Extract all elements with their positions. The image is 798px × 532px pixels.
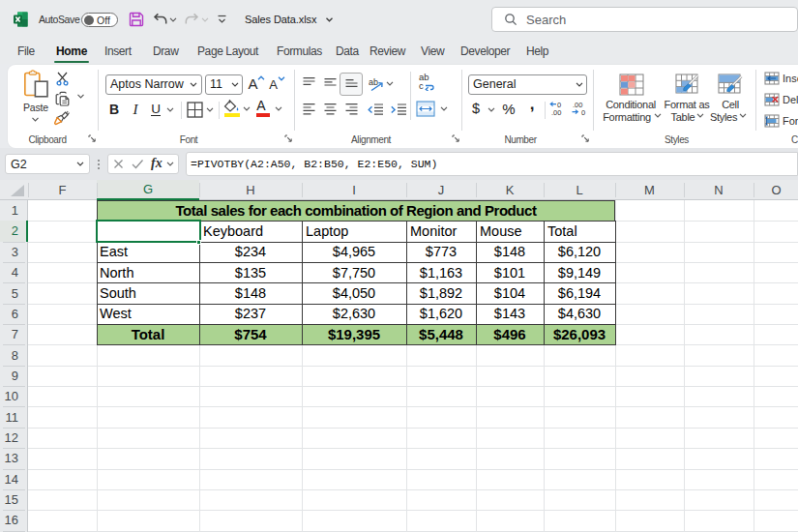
svg-text:c: c [419, 80, 424, 91]
svg-text:.00: .00 [551, 108, 561, 117]
svg-text:ab: ab [369, 77, 378, 87]
svg-text:0: 0 [581, 108, 585, 117]
